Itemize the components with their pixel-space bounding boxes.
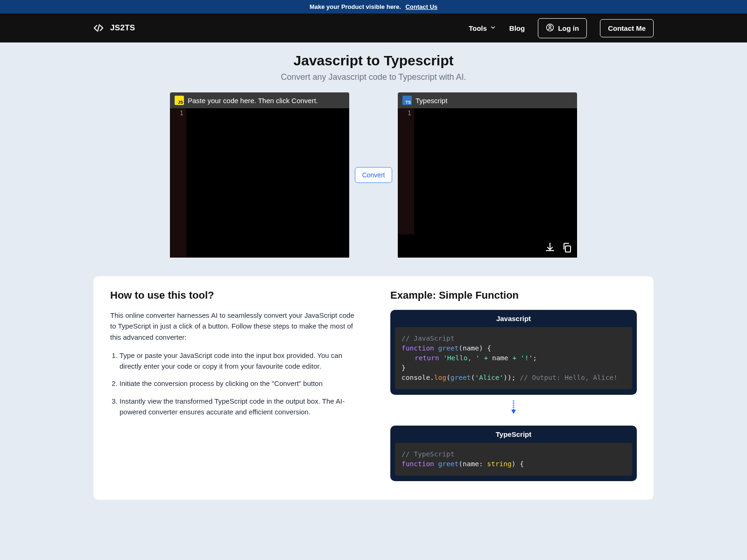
output-code-area <box>414 108 577 258</box>
code-token: name <box>492 354 508 362</box>
chevron-down-icon <box>490 24 496 32</box>
code-token: + <box>484 354 488 362</box>
example-section: Example: Simple Function Javascript // J… <box>374 289 654 481</box>
code-token: (name) { <box>458 344 491 352</box>
code-token: name <box>463 460 479 468</box>
convert-column: Convert <box>353 167 394 183</box>
code-token: string <box>487 460 511 468</box>
example-ts-title: TypeScript <box>390 426 637 443</box>
code-token: '!' <box>521 354 533 362</box>
svg-point-2 <box>549 25 551 28</box>
code-token: // TypeScript <box>402 450 455 458</box>
nav-right: Tools Blog Log in Contact Me <box>469 18 654 38</box>
javascript-badge-icon: JS <box>175 96 184 105</box>
code-token: greet <box>438 460 459 468</box>
code-token: } <box>402 364 406 371</box>
howto-step: Type or paste your JavaScript code into … <box>120 350 357 372</box>
code-token: function <box>402 460 434 468</box>
output-editor-header: TS Typescript <box>398 92 577 108</box>
howto-heading: How to use this tool? <box>110 289 357 301</box>
output-editor-label: Typescript <box>416 97 447 105</box>
example-ts-card: TypeScript // TypeScript function greet(… <box>390 426 637 481</box>
arrow-down-icon <box>390 395 637 421</box>
code-token: log <box>434 374 446 381</box>
code-token: ) { <box>512 460 524 468</box>
output-actions <box>544 242 572 253</box>
brand-name: JS2TS <box>110 23 135 33</box>
example-js-title: Javascript <box>390 310 637 327</box>
code-token: . <box>430 374 434 381</box>
input-line-numbers: 1 <box>170 108 186 258</box>
svg-marker-5 <box>511 410 516 414</box>
login-label: Log in <box>558 24 579 32</box>
howto-intro: This online converter harnesses AI to se… <box>110 310 357 343</box>
contact-me-label: Contact Me <box>608 24 646 32</box>
howto-section: How to use this tool? This online conver… <box>93 289 374 481</box>
code-token: ( <box>471 374 475 381</box>
code-token: ; <box>533 354 537 362</box>
announcement-link[interactable]: Contact Us <box>405 3 437 10</box>
input-code-area[interactable] <box>186 108 349 258</box>
hero: Javascript to Typescript Convert any Jav… <box>0 42 747 82</box>
code-token: 'Alice' <box>475 374 503 381</box>
announcement-bar: Make your Product visible here. Contact … <box>0 0 747 14</box>
code-token: ( <box>446 374 451 381</box>
input-editor: JS Paste your code here. Then click Conv… <box>170 92 349 258</box>
example-js-code: // JavaScript function greet(name) { ret… <box>395 327 632 389</box>
svg-rect-3 <box>565 246 571 252</box>
line-number: 1 <box>398 109 411 117</box>
converter: JS Paste your code here. Then click Conv… <box>0 92 747 258</box>
code-token: 'Hello, ' <box>443 354 480 362</box>
howto-step: Initiate the conversion process by click… <box>120 378 357 389</box>
output-editor: TS Typescript 1 <box>398 92 577 258</box>
example-js-card: Javascript // JavaScript function greet(… <box>390 310 637 395</box>
user-icon <box>546 23 554 33</box>
code-token: greet <box>451 374 471 381</box>
input-editor-label: Paste your code here. Then click Convert… <box>188 97 318 105</box>
code-token: : <box>479 460 483 468</box>
announcement-text: Make your Product visible here. <box>310 3 401 10</box>
example-heading: Example: Simple Function <box>390 289 637 301</box>
howto-steps: Type or paste your JavaScript code into … <box>110 350 357 417</box>
input-editor-header: JS Paste your code here. Then click Conv… <box>170 92 349 108</box>
page-title: Javascript to Typescript <box>0 53 747 69</box>
navbar: JS2TS Tools Blog Log in Contact Me <box>0 14 747 42</box>
nav-tools-label: Tools <box>469 24 487 32</box>
code-icon <box>93 23 104 33</box>
info-card: How to use this tool? This online conver… <box>93 276 654 500</box>
output-line-numbers: 1 <box>398 108 414 234</box>
page-subtitle: Convert any Javascript code to Typescrip… <box>0 72 747 82</box>
copy-icon[interactable] <box>561 242 572 253</box>
code-token: return <box>415 354 439 362</box>
contact-me-button[interactable]: Contact Me <box>600 19 654 37</box>
example-ts-code: // TypeScript function greet(name: strin… <box>395 443 632 476</box>
code-token: // Output: Hello, Alice! <box>520 374 618 381</box>
code-token: greet <box>438 344 459 352</box>
brand[interactable]: JS2TS <box>93 23 135 33</box>
code-token: + <box>513 354 517 362</box>
output-editor-body: 1 <box>398 108 577 258</box>
code-token: console <box>402 374 430 381</box>
code-token: // JavaScript <box>402 335 455 342</box>
login-button[interactable]: Log in <box>538 18 587 38</box>
code-token: ( <box>458 460 463 468</box>
howto-step: Instantly view the transformed TypeScrip… <box>120 396 357 418</box>
nav-tools[interactable]: Tools <box>469 24 496 32</box>
nav-blog[interactable]: Blog <box>509 24 525 32</box>
input-editor-body[interactable]: 1 <box>170 108 349 258</box>
line-number: 1 <box>170 109 183 117</box>
typescript-badge-icon: TS <box>402 96 412 105</box>
convert-button[interactable]: Convert <box>355 167 392 183</box>
download-icon[interactable] <box>544 242 556 253</box>
svg-line-0 <box>98 25 99 32</box>
code-token: function <box>402 344 434 352</box>
code-token: )); <box>503 374 515 381</box>
